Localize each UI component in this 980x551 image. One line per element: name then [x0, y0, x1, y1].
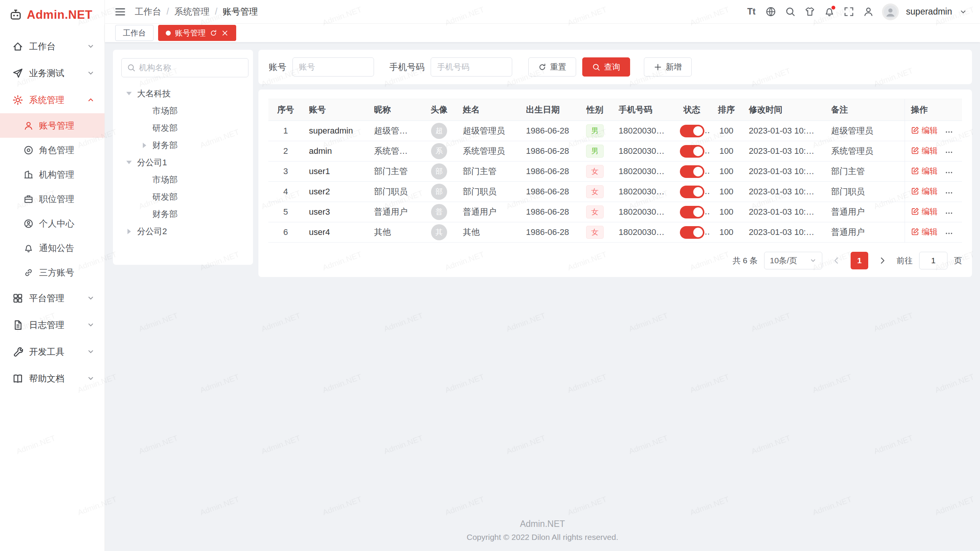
tree-node[interactable]: 市场部	[121, 102, 245, 119]
breadcrumb-item[interactable]: 系统管理	[174, 6, 209, 18]
brand-logo[interactable]: Admin.NET	[0, 0, 105, 30]
cell-sort: 100	[710, 182, 743, 202]
phone-input[interactable]	[431, 57, 512, 77]
sidebar-item-workbench[interactable]: 工作台	[0, 33, 105, 60]
sidebar-item-label: 账号管理	[39, 120, 74, 132]
font-size-icon[interactable]: Tt	[745, 6, 758, 18]
row-more-button[interactable]	[945, 148, 953, 156]
row-more-button[interactable]	[945, 189, 953, 197]
globe-icon[interactable]	[765, 6, 777, 18]
cell-birthdate: 1986-06-28	[520, 121, 577, 141]
sidebar-item-log-mgmt[interactable]: 日志管理	[0, 311, 105, 338]
cell-index: 5	[268, 202, 303, 222]
tab-workbench[interactable]: 工作台	[115, 25, 154, 41]
username[interactable]: superadmin	[906, 7, 952, 17]
edit-button[interactable]: 编辑	[911, 166, 938, 176]
add-button[interactable]: 新增	[644, 57, 692, 77]
cell-index: 3	[268, 161, 303, 182]
row-more-button[interactable]	[945, 168, 953, 177]
row-avatar: 部	[431, 163, 447, 179]
prev-page-button[interactable]	[829, 253, 844, 268]
status-toggle[interactable]	[680, 186, 704, 198]
sidebar-item-account-mgmt[interactable]: 账号管理	[0, 113, 105, 138]
tree-node[interactable]: 大名科技	[121, 85, 245, 102]
row-more-button[interactable]	[945, 128, 953, 136]
sidebar-item-third-party-account[interactable]: 三方账号	[0, 260, 105, 285]
bell-icon[interactable]	[823, 6, 836, 18]
cell-account: superadmin	[303, 121, 368, 141]
chevron-down-icon	[87, 321, 95, 329]
fullscreen-icon[interactable]	[843, 6, 855, 18]
page-number-current[interactable]: 1	[851, 252, 868, 269]
refresh-icon[interactable]	[210, 29, 217, 37]
home-icon	[13, 41, 23, 52]
cell-phone: 18020030720	[612, 222, 674, 243]
hamburger-menu-icon[interactable]	[115, 7, 126, 17]
reset-button[interactable]: 重置	[528, 57, 576, 77]
search-icon[interactable]	[784, 6, 797, 18]
row-more-button[interactable]	[945, 209, 953, 217]
avatar[interactable]	[882, 3, 899, 20]
caret-down-icon[interactable]	[124, 89, 134, 98]
row-more-button[interactable]	[945, 229, 953, 238]
sidebar-item-role-mgmt[interactable]: 角色管理	[0, 138, 105, 162]
sidebar: Admin.NET 工作台 业务测试 系统管理 账号管理	[0, 0, 105, 551]
edit-button[interactable]: 编辑	[911, 145, 938, 156]
tree-node[interactable]: 研发部	[121, 119, 245, 137]
goto-label: 前往	[897, 255, 913, 266]
status-toggle[interactable]	[680, 206, 704, 218]
tab-label: 工作台	[123, 28, 146, 38]
chevron-down-icon[interactable]	[959, 8, 967, 16]
goto-page-input[interactable]	[919, 252, 947, 269]
edit-button[interactable]: 编辑	[911, 206, 938, 217]
sidebar-item-profile-center[interactable]: 个人中心	[0, 211, 105, 236]
page-size-select[interactable]: 10条/页	[764, 252, 822, 269]
caret-right-icon[interactable]	[124, 229, 134, 234]
edit-label: 编辑	[922, 145, 938, 156]
cell-nickname: 普通用户	[368, 202, 421, 222]
system-submenu: 账号管理 角色管理 机构管理 职位管理 个人中心	[0, 113, 105, 285]
tree-node[interactable]: 财务部	[121, 137, 245, 154]
tree-node-label: 财务部	[152, 140, 178, 151]
theme-icon[interactable]	[804, 6, 816, 18]
cell-birthdate: 1986-06-28	[520, 182, 577, 202]
tree-node[interactable]: 财务部	[121, 205, 245, 223]
sidebar-item-help-docs[interactable]: 帮助文档	[0, 365, 105, 392]
sidebar-item-dev-tools[interactable]: 开发工具	[0, 338, 105, 365]
search-button[interactable]: 查询	[582, 57, 630, 77]
status-toggle[interactable]	[680, 125, 704, 137]
sidebar-item-platform-mgmt[interactable]: 平台管理	[0, 285, 105, 311]
sidebar-item-label: 通知公告	[39, 242, 74, 254]
tree-node-label: 研发部	[152, 191, 178, 203]
user-icon[interactable]	[862, 6, 875, 18]
tree-node-label: 分公司2	[137, 226, 167, 237]
sidebar-item-position-mgmt[interactable]: 职位管理	[0, 187, 105, 211]
status-toggle[interactable]	[680, 165, 704, 178]
close-icon[interactable]	[221, 29, 229, 37]
tree-node[interactable]: 分公司1	[121, 154, 245, 171]
sidebar-item-notice[interactable]: 通知公告	[0, 236, 105, 260]
cell-name: 系统管理员	[457, 141, 520, 161]
org-search-input[interactable]	[139, 63, 243, 72]
caret-right-icon[interactable]	[140, 143, 149, 148]
sidebar-item-system-mgmt[interactable]: 系统管理	[0, 86, 105, 113]
edit-button[interactable]: 编辑	[911, 227, 938, 237]
tree-node[interactable]: 市场部	[121, 171, 245, 188]
edit-button[interactable]: 编辑	[911, 186, 938, 197]
status-toggle[interactable]	[680, 226, 704, 239]
caret-down-icon[interactable]	[124, 158, 134, 167]
sidebar-item-business-test[interactable]: 业务测试	[0, 60, 105, 86]
tree-node[interactable]: 研发部	[121, 188, 245, 205]
tree-node[interactable]: 分公司2	[121, 223, 245, 240]
edit-button[interactable]: 编辑	[911, 125, 938, 136]
search-label: 查询	[604, 62, 620, 72]
next-page-button[interactable]	[875, 253, 890, 268]
breadcrumb-separator: /	[167, 7, 169, 17]
row-avatar: 超	[431, 123, 447, 139]
breadcrumb-item[interactable]: 工作台	[135, 6, 161, 18]
sidebar-item-org-mgmt[interactable]: 机构管理	[0, 162, 105, 187]
chevron-down-icon	[87, 348, 95, 355]
tab-account-mgmt[interactable]: 账号管理	[158, 25, 236, 41]
status-toggle[interactable]	[680, 145, 704, 158]
account-input[interactable]	[292, 57, 374, 77]
